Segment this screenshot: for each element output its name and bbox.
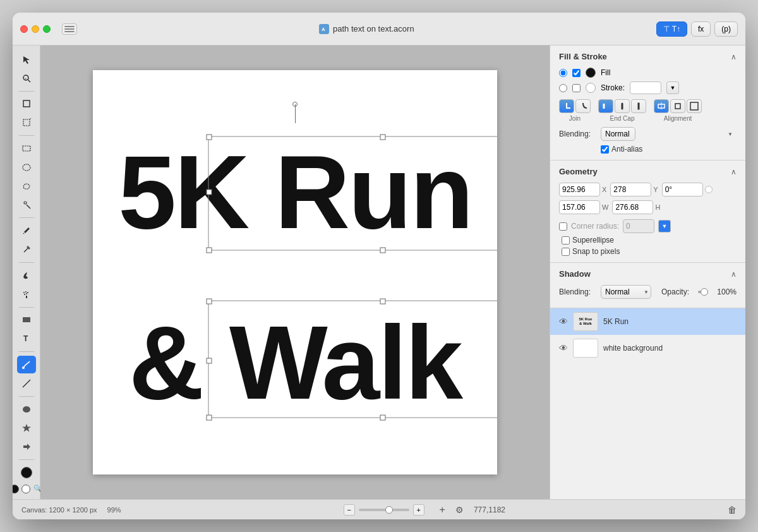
fx-button[interactable]: fx [691, 21, 711, 37]
delete-layer-button[interactable]: 🗑 [728, 505, 737, 515]
separator [19, 217, 34, 218]
stroke-color-swatch[interactable] [586, 83, 596, 93]
layer-visibility-5k[interactable]: 👁 [559, 317, 568, 327]
endcap-butt-btn[interactable] [598, 99, 613, 113]
svg-rect-36 [207, 248, 212, 253]
shadow-header: Shadow ∧ [559, 269, 737, 279]
arrow-shape-tool[interactable] [17, 438, 36, 456]
rect-select-tool[interactable] [17, 140, 36, 157]
opacity-slider[interactable] [698, 291, 708, 293]
p-label: (p) [721, 25, 731, 33]
h-input[interactable] [612, 200, 653, 214]
toolbar-right: ⊤ T↑ fx (p) [656, 21, 738, 37]
svg-rect-34 [207, 190, 212, 195]
rectangle-tool[interactable] [17, 311, 36, 329]
p-button[interactable]: (p) [714, 21, 738, 37]
text-tool[interactable]: T [17, 330, 36, 348]
close-button[interactable] [20, 25, 28, 33]
zoom-tool[interactable]: + [17, 70, 36, 87]
snap-checkbox[interactable] [562, 248, 570, 256]
corner-radius-input[interactable] [623, 219, 654, 233]
background-color[interactable] [21, 485, 30, 493]
align-inside-btn[interactable] [670, 99, 685, 113]
svg-text:5K Run: 5K Run [118, 134, 472, 250]
maximize-button[interactable] [43, 25, 51, 33]
join-endcap-alignment-row: Join [559, 99, 737, 122]
y-input[interactable] [610, 183, 651, 196]
w-label: W [602, 203, 608, 211]
fill-tool[interactable] [17, 267, 36, 284]
zoom-slider[interactable] [359, 509, 409, 511]
antialias-checkbox[interactable] [601, 145, 609, 154]
shadow-blend-wrapper: Normal ▼ [601, 285, 651, 299]
svg-point-15 [23, 292, 25, 293]
fill-radio[interactable] [559, 69, 567, 77]
layer-visibility-white[interactable]: 👁 [559, 343, 568, 353]
join-miter-btn[interactable] [559, 99, 574, 113]
shadow-blending-select[interactable]: Normal [601, 285, 651, 299]
layer-item-white-bg[interactable]: 👁 white background [550, 335, 745, 361]
zoom-in-button[interactable]: + [413, 504, 424, 516]
svg-point-18 [24, 294, 25, 295]
spray-tool[interactable] [17, 286, 36, 303]
separator [19, 351, 34, 352]
layer-options-button[interactable]: ⚙ [455, 505, 464, 515]
blending-select[interactable]: Normal Multiply Screen [601, 127, 635, 141]
color-swatch[interactable] [17, 464, 36, 481]
add-layer-button[interactable]: + [440, 504, 445, 516]
shadow-collapse[interactable]: ∧ [731, 270, 737, 279]
pen-tool[interactable] [17, 356, 36, 373]
geometry-collapse[interactable]: ∧ [731, 167, 737, 176]
status-bar: Canvas: 1200 × 1200 px 99% − + + ⚙ 777,1… [13, 499, 745, 519]
star-tool[interactable] [17, 420, 36, 437]
alignment-label: Alignment [664, 115, 692, 122]
zoom-out-button[interactable]: − [344, 504, 355, 516]
titlebar: A path text on text.acorn ⊤ T↑ fx (p) [13, 13, 745, 45]
superellipse-checkbox[interactable] [562, 236, 570, 245]
layer-item-5k-run[interactable]: 👁 5K Run& Walk 5K Run [550, 308, 745, 335]
svg-rect-37 [380, 248, 385, 253]
angle-input[interactable] [662, 183, 703, 196]
layer-thumbnail-white [573, 339, 598, 358]
svg-point-11 [24, 202, 27, 204]
eyedropper-tool[interactable] [17, 222, 36, 239]
join-round-btn[interactable] [575, 99, 591, 113]
svg-text:T: T [23, 334, 28, 343]
fill-color-swatch[interactable] [586, 68, 596, 78]
right-panel: Fill & Stroke ∧ Fill Stroke: [550, 45, 745, 499]
foreground-color[interactable] [13, 485, 19, 493]
align-outside-btn[interactable] [687, 99, 702, 113]
svg-line-4 [28, 80, 30, 82]
fill-stroke-title: Fill & Stroke [559, 52, 607, 61]
shadow-title: Shadow [559, 269, 591, 279]
coordinates-display: 777,1182 [474, 505, 505, 514]
magic-wand-tool[interactable] [17, 196, 36, 214]
endcap-square-btn[interactable] [631, 99, 646, 113]
corner-radius-checkbox[interactable] [559, 222, 567, 231]
stroke-dropdown-btn[interactable]: ▼ [666, 82, 679, 94]
fill-checkbox[interactable] [572, 69, 581, 77]
crop-tool[interactable] [17, 95, 36, 113]
stroke-radio[interactable] [559, 84, 567, 92]
x-input[interactable] [559, 183, 600, 196]
corner-radius-dropdown[interactable]: ▼ [658, 220, 671, 233]
endcap-round-btn[interactable] [615, 99, 630, 113]
svg-point-25 [23, 406, 30, 413]
line-tool[interactable] [17, 375, 36, 392]
acorn-icon: A [319, 24, 329, 34]
arrow-tool[interactable] [17, 51, 36, 68]
tools-button[interactable]: ⊤ T↑ [656, 21, 687, 37]
oval-tool[interactable] [17, 401, 36, 418]
fill-stroke-collapse[interactable]: ∧ [731, 52, 737, 61]
align-center-btn[interactable] [654, 99, 669, 113]
ellipse-select-tool[interactable] [17, 159, 36, 176]
transform-tool[interactable] [17, 114, 36, 131]
stroke-checkbox[interactable] [572, 84, 581, 92]
minimize-button[interactable] [32, 25, 39, 33]
y-field: Y [610, 183, 658, 196]
pencil-tool[interactable] [17, 241, 36, 258]
sidebar-toggle-button[interactable] [62, 23, 77, 35]
stroke-value-input[interactable]: 0 [630, 82, 661, 94]
w-input[interactable] [559, 200, 600, 214]
lasso-tool[interactable] [17, 178, 36, 195]
